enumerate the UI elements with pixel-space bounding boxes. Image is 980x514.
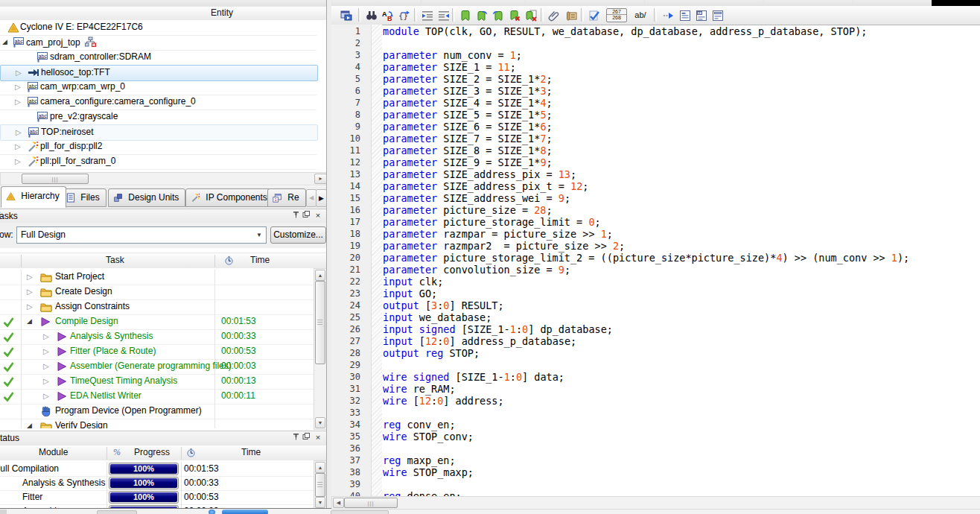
tasks-col-task[interactable]: Task xyxy=(106,255,124,265)
tasks-vscroll-down-button[interactable]: ▼ xyxy=(315,417,325,428)
status-col-progress[interactable]: Progress xyxy=(134,447,170,457)
task-row-program-device-open-programmer-[interactable]: Program Device (Open Programmer) xyxy=(0,404,314,419)
tasks-vscrollbar[interactable]: ▲ ||| ▼ xyxy=(314,268,327,430)
analyze-current-file-icon[interactable] xyxy=(585,7,603,25)
tab-reports[interactable]: 1 Re xyxy=(267,188,306,207)
expand-arrow-icon[interactable]: ▷ xyxy=(15,80,21,94)
task-row-timequest-timing-analysis[interactable]: ▷TimeQuest Timing Analysis00:00:13 xyxy=(0,374,314,390)
flow-select[interactable]: Full Design ▼ xyxy=(16,226,267,244)
editor-hscrollbar[interactable]: ◀ ||| xyxy=(331,496,980,510)
tree-item-pll-pll-for-sdram-0[interactable]: ▷pll:pll_for_sdram_0 xyxy=(0,154,316,170)
editor-hscroll-thumb[interactable]: ||| xyxy=(344,498,398,508)
collapse-arrow-icon[interactable]: ◢ xyxy=(27,314,32,329)
comment-selection-icon[interactable] xyxy=(676,7,694,25)
tasks-float-icon[interactable] xyxy=(301,211,311,220)
line-number: 20 xyxy=(332,252,360,264)
expand-arrow-icon[interactable]: ▷ xyxy=(43,389,49,403)
previous-bookmark-icon[interactable] xyxy=(489,7,507,25)
tree-item-top-neiroset[interactable]: ▷abcTOP:neiroset xyxy=(0,124,318,141)
tab-ip-components[interactable]: IP Components xyxy=(185,188,274,207)
status-vscroll-up-button[interactable]: ▲ xyxy=(315,462,325,473)
expand-arrow-icon[interactable]: ▷ xyxy=(27,299,33,314)
expand-arrow-icon[interactable]: ▷ xyxy=(16,125,22,139)
replace-icon[interactable]: AB xyxy=(379,7,397,25)
project-hierarchy-tree[interactable]: Cyclone IV E: EP4CE22F17C6◢abccam_proj_t… xyxy=(0,20,326,171)
expand-arrow-icon[interactable]: ▷ xyxy=(15,139,21,153)
tree-item-pll-for-disp-pll2[interactable]: ▷pll_for_disp:pll2 xyxy=(0,139,316,155)
hierarchy-hscrollbar[interactable]: ||| ▸ xyxy=(0,172,328,185)
status-col-module[interactable]: Module xyxy=(39,447,68,457)
tree-item-hellosoc-top-tft[interactable]: ▷hellosoc_top:TFT xyxy=(0,65,318,81)
hierarchy-hscroll-right-button[interactable]: ▸ xyxy=(314,174,327,184)
tasks-table-body[interactable]: ▷Start Project▷Create Design▷Assign Cons… xyxy=(0,268,314,428)
editor-hscroll-left-button[interactable]: ◀ xyxy=(333,498,344,508)
hierarchy-hscroll-thumb[interactable]: ||| xyxy=(22,174,89,184)
status-vscroll-down-button[interactable]: ▼ xyxy=(315,497,325,508)
tree-item-pre-v2-grayscale[interactable]: abcpre_v2:grayscale xyxy=(0,110,316,125)
templates-scroll-icon[interactable] xyxy=(563,7,581,25)
clear-all-bookmarks-icon[interactable] xyxy=(522,7,540,25)
status-col-percent[interactable]: % xyxy=(113,447,121,458)
match-braces-icon[interactable]: {} xyxy=(395,7,413,25)
status-close-icon[interactable]: × xyxy=(313,433,323,442)
tree-item-cam-wrp-cam-wrp-0[interactable]: ▷abccam_wrp:cam_wrp_0 xyxy=(0,80,316,95)
task-row-assembler-generate-programming-files-[interactable]: ▷Assembler (Generate programming files)0… xyxy=(0,359,314,375)
expand-arrow-icon[interactable]: ▷ xyxy=(43,329,49,343)
clear-bookmark-icon[interactable] xyxy=(506,7,524,25)
open-settings-icon[interactable] xyxy=(337,7,355,25)
collapse-arrow-icon[interactable]: ◢ xyxy=(27,419,32,428)
task-row-create-design[interactable]: ▷Create Design xyxy=(0,285,314,300)
task-row-compile-design[interactable]: ◢Compile Design00:01:53 xyxy=(0,314,314,330)
status-vscrollbar[interactable]: ▲ ||| ▼ xyxy=(314,460,327,510)
collapse-arrow-icon[interactable]: ◢ xyxy=(2,35,7,49)
tree-item-cyclone-iv-e-ep4ce22f17c6[interactable]: Cyclone IV E: EP4CE22F17C6 xyxy=(0,20,316,36)
status-table-body[interactable]: Full Compilation100%00:01:53Analysis & S… xyxy=(0,460,314,508)
tree-item-cam-proj-top[interactable]: ◢abccam_proj_top xyxy=(0,35,316,51)
code-editor[interactable]: 1module TOP(clk, GO, RESULT, we_database… xyxy=(331,25,980,496)
status-float-icon[interactable] xyxy=(301,433,311,442)
tab-hierarchy[interactable]: Hierarchy xyxy=(1,186,66,208)
expand-arrow-icon[interactable]: ▷ xyxy=(15,154,21,168)
tasks-vscroll-thumb[interactable]: ||| xyxy=(315,281,325,364)
expand-arrow-icon[interactable]: ▷ xyxy=(27,270,33,284)
tab-design-units[interactable]: Design Units xyxy=(108,188,185,207)
toggle-bookmark-icon[interactable] xyxy=(456,7,474,25)
task-row-fitter-place-route-[interactable]: ▷Fitter (Place & Route)00:00:53 xyxy=(0,344,314,360)
entity-column-header[interactable]: Entity xyxy=(0,6,326,22)
tab-files[interactable]: Files xyxy=(61,188,106,207)
decrease-indent-icon[interactable] xyxy=(435,7,453,25)
task-row-analysis-synthesis[interactable]: ▷Analysis & Synthesis00:00:33 xyxy=(0,329,314,345)
expand-arrow-icon[interactable]: ▷ xyxy=(43,359,49,373)
tasks-close-icon[interactable]: × xyxy=(313,211,323,220)
status-vscroll-thumb[interactable]: ||| xyxy=(315,473,325,497)
tree-item-sdram-controller-sdram[interactable]: abcsdram_controller:SDRAM xyxy=(0,50,316,66)
task-row-eda-netlist-writer[interactable]: ▷EDA Netlist Writer00:00:11 xyxy=(0,389,314,404)
line-number: 11 xyxy=(332,145,360,156)
word-wrap-indicator[interactable]: ab/ xyxy=(630,7,651,25)
tree-item-camera-configure-camera-configure-0[interactable]: ▷abccamera_configure:camera_configure_0 xyxy=(0,95,316,110)
expand-arrow-icon[interactable]: ▷ xyxy=(43,374,49,388)
tasks-vscroll-up-button[interactable]: ▲ xyxy=(315,270,325,281)
goto-line-icon[interactable] xyxy=(660,7,678,25)
toggle-comment-icon[interactable] xyxy=(709,7,727,25)
svg-text:abc: abc xyxy=(29,83,38,89)
status-col-time[interactable]: Time xyxy=(241,447,261,457)
attach-file-icon[interactable] xyxy=(545,7,563,25)
increase-indent-icon[interactable] xyxy=(419,7,436,25)
task-row-assign-constraints[interactable]: ▷Assign Constraints xyxy=(0,299,314,315)
expand-arrow-icon[interactable]: ▷ xyxy=(27,285,33,299)
tabbar-scroll-right-button[interactable]: ▶ xyxy=(316,189,327,207)
tabbar-scroll-left-button[interactable]: ◀ xyxy=(306,189,316,207)
status-pin-icon[interactable] xyxy=(290,433,301,442)
next-bookmark-icon[interactable] xyxy=(473,7,491,25)
find-icon[interactable] xyxy=(363,7,381,25)
expand-arrow-icon[interactable]: ▷ xyxy=(15,95,21,109)
expand-arrow-icon[interactable]: ▷ xyxy=(16,66,22,80)
tasks-col-time[interactable]: Time xyxy=(250,255,270,265)
uncomment-selection-icon[interactable]: ? xyxy=(693,7,710,25)
task-row-start-project[interactable]: ▷Start Project xyxy=(0,270,314,285)
customize-button[interactable]: Customize... xyxy=(270,226,326,244)
tasks-pin-icon[interactable] xyxy=(290,211,301,220)
expand-arrow-icon[interactable]: ▷ xyxy=(43,344,49,358)
task-row-verify-design[interactable]: ◢Verify Design xyxy=(0,419,314,428)
